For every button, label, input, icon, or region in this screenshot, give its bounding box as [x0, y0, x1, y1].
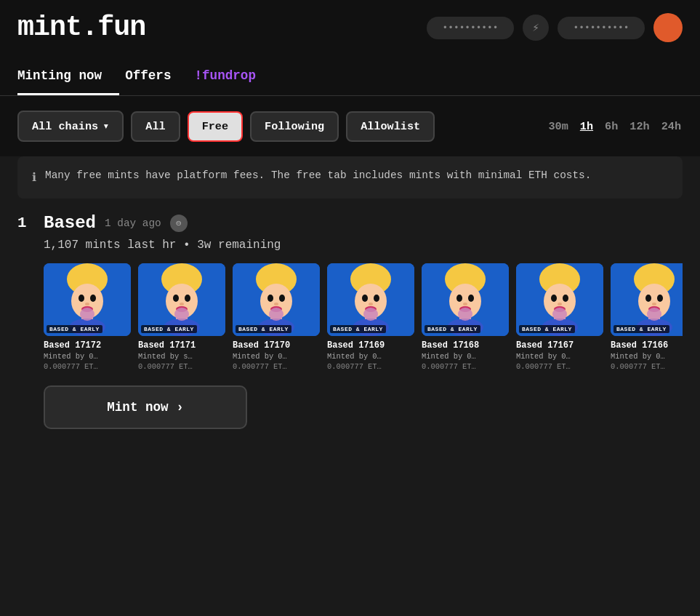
svg-point-33: [362, 295, 368, 302]
nft-image-1: BASED & EARLY: [138, 263, 225, 336]
nft-minter-1: Minted by s…: [138, 352, 225, 361]
svg-point-34: [374, 295, 379, 302]
header: mint.fun •••••••••• ⚡ ••••••••••: [0, 0, 700, 55]
collection-header: 1 Based 1 day ago ⊖: [17, 213, 683, 233]
time-30m[interactable]: 30m: [547, 117, 570, 136]
svg-point-44: [468, 295, 474, 302]
nft-title-2: Based 17170: [233, 340, 320, 351]
nft-title-4: Based 17168: [422, 340, 509, 351]
svg-point-9: [80, 308, 94, 321]
svg-point-39: [363, 308, 378, 321]
svg-point-35: [369, 303, 373, 305]
svg-point-65: [652, 303, 656, 305]
svg-point-25: [274, 303, 278, 305]
logo: mint.fun: [17, 12, 145, 44]
nft-price-6: 0.000777 ET…: [611, 362, 683, 371]
svg-point-13: [173, 295, 179, 302]
nft-image-2: BASED & EARLY: [233, 263, 320, 336]
nft-minter-2: Minted by 0…: [233, 352, 320, 361]
nav-tabs: Minting now Offers !fundrop: [0, 55, 700, 96]
nft-label-4: BASED & EARLY: [425, 325, 480, 333]
collection-stats: 1,107 mints last hr • 3w remaining: [17, 239, 683, 252]
nft-title-0: Based 17172: [44, 340, 131, 351]
filter-all-btn[interactable]: All: [131, 111, 180, 142]
time-filters: 30m 1h 6h 12h 24h: [547, 117, 683, 136]
filter-free-btn[interactable]: Free: [188, 111, 243, 142]
nft-minter-6: Minted by 0…: [611, 352, 683, 361]
svg-point-23: [267, 295, 273, 302]
svg-point-29: [269, 308, 283, 321]
nft-minter-3: Minted by 0…: [327, 352, 414, 361]
nft-card[interactable]: BASED & EARLY Based 17170 Minted by 0… 0…: [233, 263, 320, 371]
svg-point-63: [645, 295, 651, 302]
collection-time: 1 day ago: [105, 217, 161, 229]
nft-price-2: 0.000777 ET…: [233, 362, 320, 371]
lightning-icon[interactable]: ⚡: [523, 15, 549, 41]
svg-point-45: [463, 303, 467, 305]
nft-price-3: 0.000777 ET…: [327, 362, 414, 371]
nft-label-6: BASED & EARLY: [613, 325, 669, 333]
svg-point-49: [458, 308, 472, 321]
nft-card[interactable]: BASED & EARLY Based 17168 Minted by 0… 0…: [422, 263, 509, 371]
nft-title-5: Based 17167: [516, 340, 603, 351]
info-icon: ℹ: [32, 169, 36, 187]
nft-title-6: Based 17166: [611, 340, 683, 351]
nft-card[interactable]: BASED & EARLY Based 17167 Minted by 0… 0…: [516, 263, 603, 371]
nft-image-6: BASED & EARLY: [611, 263, 683, 336]
nft-image-5: BASED & EARLY: [516, 263, 603, 336]
tab-offers[interactable]: Offers: [125, 55, 188, 95]
filter-allowlist-btn[interactable]: Allowlist: [346, 111, 435, 142]
header-right: •••••••••• ⚡ ••••••••••: [427, 13, 683, 42]
filter-bar: All chains ▾ All Free Following Allowlis…: [0, 96, 700, 156]
nft-minter-0: Minted by 0…: [44, 352, 131, 361]
filter-following-btn[interactable]: Following: [250, 111, 339, 142]
nft-label-1: BASED & EARLY: [141, 325, 197, 333]
nft-price-0: 0.000777 ET…: [44, 362, 131, 371]
svg-point-59: [552, 308, 567, 321]
collection-rank: 1: [17, 215, 35, 231]
nft-price-5: 0.000777 ET…: [516, 362, 603, 371]
collection-section: 1 Based 1 day ago ⊖ 1,107 mints last hr …: [0, 213, 700, 444]
tab-minting-now[interactable]: Minting now: [17, 55, 119, 95]
chain-filter-btn[interactable]: All chains ▾: [17, 111, 124, 142]
svg-point-55: [558, 303, 562, 305]
nft-label-5: BASED & EARLY: [519, 325, 575, 333]
nft-title-3: Based 17169: [327, 340, 414, 351]
nft-label-0: BASED & EARLY: [47, 325, 102, 333]
nft-card[interactable]: BASED & EARLY Based 17166 Minted by 0… 0…: [611, 263, 683, 371]
time-24h[interactable]: 24h: [660, 117, 683, 136]
nft-price-1: 0.000777 ET…: [138, 362, 225, 371]
svg-point-43: [456, 295, 462, 302]
nft-label-3: BASED & EARLY: [330, 325, 386, 333]
nft-minter-5: Minted by 0…: [516, 352, 603, 361]
nft-grid: BASED & EARLY Based 17172 Minted by 0… 0…: [17, 263, 683, 371]
info-text: Many free mints have platform fees. The …: [45, 168, 591, 184]
nft-card[interactable]: BASED & EARLY Based 17172 Minted by 0… 0…: [44, 263, 131, 371]
nft-title-1: Based 17171: [138, 340, 225, 351]
svg-point-64: [657, 295, 663, 302]
time-1h[interactable]: 1h: [579, 117, 595, 136]
nft-minter-4: Minted by 0…: [422, 352, 509, 361]
nft-price-4: 0.000777 ET…: [422, 362, 509, 371]
time-12h[interactable]: 12h: [628, 117, 651, 136]
svg-point-24: [279, 295, 285, 302]
collection-name[interactable]: Based: [44, 213, 96, 233]
info-banner: ℹ Many free mints have platform fees. Th…: [17, 156, 683, 199]
mint-now-button[interactable]: Mint now ›: [44, 385, 247, 429]
time-6h[interactable]: 6h: [603, 117, 619, 136]
wallet-pill-2[interactable]: ••••••••••: [558, 17, 645, 39]
svg-point-3: [79, 295, 84, 302]
nft-image-4: BASED & EARLY: [422, 263, 509, 336]
nft-image-3: BASED & EARLY: [327, 263, 414, 336]
tab-fundrop[interactable]: !fundrop: [195, 55, 273, 95]
svg-point-19: [174, 308, 189, 321]
svg-point-15: [180, 303, 184, 305]
avatar[interactable]: [653, 13, 683, 42]
wallet-pill-1[interactable]: ••••••••••: [427, 17, 514, 39]
nft-card[interactable]: BASED & EARLY Based 17171 Minted by s… 0…: [138, 263, 225, 371]
svg-point-54: [563, 295, 568, 302]
remove-collection-btn[interactable]: ⊖: [170, 215, 188, 232]
svg-point-4: [90, 295, 96, 302]
nft-card[interactable]: BASED & EARLY Based 17169 Minted by 0… 0…: [327, 263, 414, 371]
svg-point-69: [647, 308, 661, 321]
